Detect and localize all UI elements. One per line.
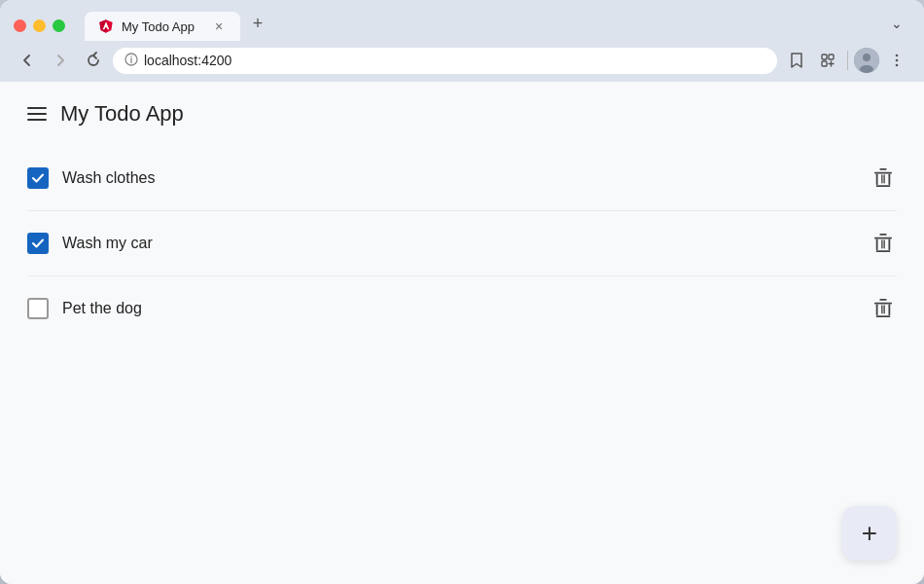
todo-checkbox[interactable] bbox=[27, 298, 49, 319]
browser-dropdown-button[interactable]: ⌄ bbox=[883, 10, 910, 37]
hamburger-line-3 bbox=[27, 119, 47, 121]
nav-bar: localhost:4200 bbox=[0, 41, 924, 82]
todo-item: Pet the dog bbox=[27, 276, 897, 341]
traffic-lights bbox=[14, 19, 65, 32]
svg-point-13 bbox=[896, 55, 899, 57]
tab-favicon bbox=[98, 18, 114, 34]
todo-label: Pet the dog bbox=[62, 300, 856, 317]
svg-rect-20 bbox=[876, 185, 891, 187]
svg-rect-27 bbox=[876, 250, 891, 252]
nav-divider bbox=[847, 51, 848, 70]
todo-checkbox[interactable] bbox=[27, 233, 49, 254]
fab-container: + bbox=[0, 491, 924, 584]
add-todo-icon: + bbox=[862, 518, 877, 549]
svg-rect-19 bbox=[888, 173, 890, 185]
title-bar: My Todo App × + ⌄ bbox=[0, 0, 924, 41]
svg-rect-21 bbox=[881, 174, 882, 183]
tab-close-button[interactable]: × bbox=[211, 18, 227, 34]
svg-rect-28 bbox=[881, 239, 882, 248]
svg-rect-7 bbox=[822, 55, 827, 59]
todo-item: Wash clothes bbox=[27, 146, 897, 211]
todo-delete-button[interactable] bbox=[870, 164, 897, 193]
extensions-button[interactable] bbox=[814, 47, 841, 74]
todo-label: Wash my car bbox=[62, 235, 856, 252]
todo-delete-button[interactable] bbox=[870, 229, 897, 258]
add-todo-button[interactable]: + bbox=[842, 506, 897, 561]
reload-button[interactable] bbox=[80, 47, 107, 74]
svg-rect-24 bbox=[879, 234, 886, 236]
svg-rect-9 bbox=[822, 61, 827, 66]
svg-rect-22 bbox=[883, 174, 884, 183]
todo-label: Wash clothes bbox=[62, 169, 856, 187]
svg-rect-8 bbox=[829, 55, 834, 59]
todo-item: Wash my car bbox=[27, 211, 897, 276]
tab-bar: My Todo App × + bbox=[85, 10, 875, 41]
nav-actions bbox=[783, 47, 910, 74]
svg-rect-3 bbox=[105, 26, 107, 27]
svg-rect-31 bbox=[879, 299, 886, 301]
hamburger-menu-button[interactable] bbox=[27, 107, 47, 121]
address-text: localhost:4200 bbox=[144, 53, 765, 68]
more-button[interactable] bbox=[883, 47, 910, 74]
forward-button[interactable] bbox=[47, 47, 74, 74]
app-title: My Todo App bbox=[60, 101, 184, 127]
svg-rect-25 bbox=[876, 238, 878, 250]
svg-point-6 bbox=[130, 55, 131, 56]
close-button[interactable] bbox=[14, 19, 26, 32]
svg-rect-26 bbox=[888, 238, 890, 250]
minimize-button[interactable] bbox=[33, 19, 46, 32]
svg-rect-32 bbox=[876, 304, 878, 315]
bookmark-button[interactable] bbox=[783, 47, 810, 74]
svg-rect-29 bbox=[883, 239, 884, 248]
todo-list: Wash clothes Wash my car bbox=[0, 142, 924, 491]
tab-title-text: My Todo App bbox=[122, 19, 203, 34]
active-tab[interactable]: My Todo App × bbox=[85, 12, 240, 41]
browser-chrome: My Todo App × + ⌄ bbox=[0, 0, 924, 82]
new-tab-button[interactable]: + bbox=[244, 10, 271, 37]
svg-rect-16 bbox=[874, 172, 892, 174]
todo-checkbox[interactable] bbox=[27, 167, 49, 189]
svg-point-15 bbox=[896, 64, 899, 67]
address-info-icon bbox=[124, 53, 138, 69]
todo-delete-button[interactable] bbox=[870, 294, 897, 323]
svg-point-14 bbox=[896, 59, 899, 62]
svg-rect-18 bbox=[876, 173, 878, 185]
svg-rect-36 bbox=[883, 305, 884, 313]
svg-point-12 bbox=[860, 65, 873, 73]
svg-rect-35 bbox=[881, 305, 882, 313]
svg-rect-23 bbox=[874, 237, 892, 239]
hamburger-line-1 bbox=[27, 107, 47, 109]
app-header: My Todo App bbox=[0, 82, 924, 142]
svg-point-11 bbox=[863, 54, 871, 61]
maximize-button[interactable] bbox=[53, 19, 65, 32]
svg-rect-34 bbox=[876, 315, 891, 317]
hamburger-line-2 bbox=[27, 113, 47, 115]
svg-rect-33 bbox=[888, 304, 890, 315]
address-bar[interactable]: localhost:4200 bbox=[113, 48, 777, 74]
browser-window: My Todo App × + ⌄ bbox=[0, 0, 924, 584]
avatar[interactable] bbox=[854, 48, 879, 73]
svg-rect-30 bbox=[874, 303, 892, 305]
svg-rect-17 bbox=[879, 168, 886, 170]
app-content: My Todo App Wash clothes bbox=[0, 82, 924, 584]
back-button[interactable] bbox=[14, 47, 41, 74]
